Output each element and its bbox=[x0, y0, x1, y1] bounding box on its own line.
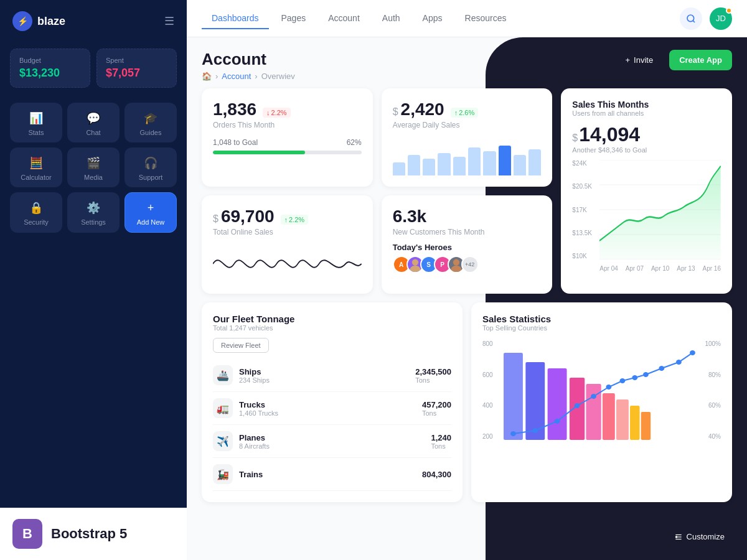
svg-point-25 bbox=[606, 385, 611, 390]
planes-amount: 1,240 bbox=[431, 433, 451, 442]
nav-item-settings[interactable]: ⚙️ Settings bbox=[67, 192, 120, 233]
sales-stats-sub: Top Selling Countries bbox=[482, 324, 721, 332]
nav-item-guides[interactable]: 🎓 Guides bbox=[125, 103, 177, 142]
sales-goal-text: Another $48,346 to Goal bbox=[572, 146, 721, 154]
daily-sales-row: $ 2,420 ↑ 2.6% bbox=[393, 100, 542, 119]
svg-rect-16 bbox=[603, 393, 615, 440]
bootstrap-badge: B Bootstrap 5 bbox=[0, 508, 187, 560]
nav-item-security[interactable]: 🔒 Security bbox=[10, 192, 62, 233]
customize-button[interactable]: Customize bbox=[664, 526, 735, 548]
nav-item-calculator[interactable]: 🧮 Calculator bbox=[10, 147, 62, 187]
sales-amount: 14,094 bbox=[579, 123, 640, 146]
spent-card: Spent $7,057 bbox=[96, 49, 177, 88]
nav-item-add-new[interactable]: + Add New bbox=[125, 192, 177, 233]
nav-label-add-new: Add New bbox=[137, 218, 165, 226]
orders-progress-pct: 62% bbox=[347, 138, 362, 147]
topnav-resources[interactable]: Resources bbox=[455, 8, 517, 29]
mini-bar-9 bbox=[529, 149, 541, 175]
svg-point-26 bbox=[620, 378, 626, 383]
sales-stats-card: Sales Statistics Top Selling Countries 8… bbox=[471, 302, 732, 502]
trains-amount: 804,300 bbox=[422, 470, 451, 479]
mini-bar-7 bbox=[499, 146, 511, 175]
search-button[interactable] bbox=[680, 7, 702, 30]
page-title: Account bbox=[202, 50, 295, 69]
review-fleet-button[interactable]: Review Fleet bbox=[213, 338, 269, 353]
orders-progress-fill bbox=[213, 151, 305, 154]
topnav-auth[interactable]: Auth bbox=[372, 8, 410, 29]
ships-unit: Tons bbox=[415, 376, 451, 384]
y-axis-labels: $24K $20.5K $17K $13.5K $10K bbox=[572, 160, 599, 259]
create-app-button[interactable]: Create App bbox=[669, 50, 732, 70]
svg-point-28 bbox=[643, 372, 649, 377]
svg-point-20 bbox=[510, 431, 516, 436]
topnav-apps[interactable]: Apps bbox=[413, 8, 453, 29]
breadcrumb-account[interactable]: Account bbox=[222, 72, 251, 81]
topnav-dashboards[interactable]: Dashboards bbox=[202, 8, 269, 29]
fleet-row-ships: 🚢 Ships 234 Ships 2,345,500 Tons bbox=[213, 359, 451, 392]
fleet-row-trains: 🚂 Trains 804,300 bbox=[213, 458, 451, 491]
mini-bar-1 bbox=[408, 155, 420, 175]
heroes-label: Today's Heroes bbox=[393, 243, 542, 252]
nav-label-calculator: Calculator bbox=[21, 174, 52, 181]
total-online-prefix: $ bbox=[213, 213, 218, 225]
trucks-amount: 457,200 bbox=[422, 400, 451, 409]
total-online-value: 69,700 bbox=[221, 207, 275, 226]
fleet-row-planes: ✈️ Planes 8 Aircrafts 1,240 Tons bbox=[213, 425, 451, 458]
bottom-grid: Our Fleet Tonnage Total 1,247 vehicles R… bbox=[202, 302, 732, 502]
daily-sales-label: Average Daily Sales bbox=[393, 121, 542, 129]
mini-bar-6 bbox=[483, 151, 496, 175]
mini-bar-0 bbox=[393, 162, 405, 175]
nav-label-settings: Settings bbox=[81, 218, 106, 226]
svg-rect-19 bbox=[641, 412, 651, 440]
daily-sales-value: 2,420 bbox=[401, 100, 444, 119]
sales-this-month-card: Sales This Months Users from all channel… bbox=[561, 88, 732, 294]
orders-progress-row: 1,048 to Goal 62% bbox=[213, 138, 362, 147]
nav-label-guides: Guides bbox=[140, 129, 162, 136]
total-online-row: $ 69,700 ↑ 2.2% bbox=[213, 207, 362, 226]
new-customers-label: New Customers This Month bbox=[393, 228, 542, 236]
support-icon: 🎧 bbox=[144, 156, 157, 170]
nav-item-chat[interactable]: 💬 Chat bbox=[67, 103, 120, 142]
trucks-name: Trucks bbox=[239, 400, 278, 409]
total-online-badge: ↑ 2.2% bbox=[281, 215, 309, 225]
planes-icon: ✈️ bbox=[213, 431, 233, 451]
svg-point-30 bbox=[676, 360, 682, 365]
trucks-count: 1,460 Trucks bbox=[239, 409, 278, 417]
user-avatar[interactable]: JD bbox=[710, 7, 732, 30]
sales-amount-row: $ 14,094 bbox=[572, 123, 721, 146]
svg-rect-17 bbox=[616, 399, 629, 440]
sales-y-labels: 800 600 400 200 bbox=[482, 340, 501, 440]
topnav-links: Dashboards Pages Account Auth Apps Resou… bbox=[202, 8, 516, 29]
bootstrap-text: Bootstrap 5 bbox=[51, 526, 127, 542]
mini-bar-5 bbox=[468, 147, 481, 175]
menu-icon[interactable]: ☰ bbox=[164, 14, 174, 28]
trucks-unit: Tons bbox=[422, 409, 451, 417]
nav-item-media[interactable]: 🎬 Media bbox=[67, 147, 120, 187]
svg-point-21 bbox=[532, 428, 538, 433]
spent-label: Spent bbox=[106, 57, 167, 64]
invite-button[interactable]: + Invite bbox=[615, 50, 663, 70]
topnav-pages[interactable]: Pages bbox=[271, 8, 316, 29]
fleet-title: Our Fleet Tonnage bbox=[213, 314, 451, 324]
svg-line-1 bbox=[693, 21, 695, 22]
nav-item-stats[interactable]: 📊 Stats bbox=[10, 103, 62, 142]
svg-point-23 bbox=[575, 403, 580, 408]
new-customers-value: 6.3k bbox=[393, 207, 542, 226]
invite-plus-icon: + bbox=[625, 55, 630, 65]
trucks-icon: 🚛 bbox=[213, 398, 233, 418]
x-axis-labels: Apr 04 Apr 07 Apr 10 Apr 13 Apr 16 bbox=[599, 265, 721, 272]
daily-sales-prefix: $ bbox=[393, 106, 398, 118]
topnav-account[interactable]: Account bbox=[318, 8, 370, 29]
nav-label-security: Security bbox=[24, 218, 49, 226]
sales-stats-title: Sales Statistics bbox=[482, 314, 721, 324]
settings-icon: ⚙️ bbox=[87, 201, 100, 215]
page-header-left: Account 🏠 › Account › Overwiev bbox=[202, 50, 295, 81]
trains-name: Trains bbox=[239, 470, 263, 479]
add-new-icon: + bbox=[148, 202, 154, 215]
breadcrumb: 🏠 › Account › Overwiev bbox=[202, 72, 295, 81]
sidebar: ⚡ blaze ☰ Budget $13,230 Spent $7,057 📊 … bbox=[0, 0, 187, 560]
nav-item-support[interactable]: 🎧 Support bbox=[125, 147, 177, 187]
mini-bar-chart bbox=[393, 138, 542, 175]
hero-count: +42 bbox=[461, 256, 479, 273]
nav-label-media: Media bbox=[84, 174, 103, 181]
